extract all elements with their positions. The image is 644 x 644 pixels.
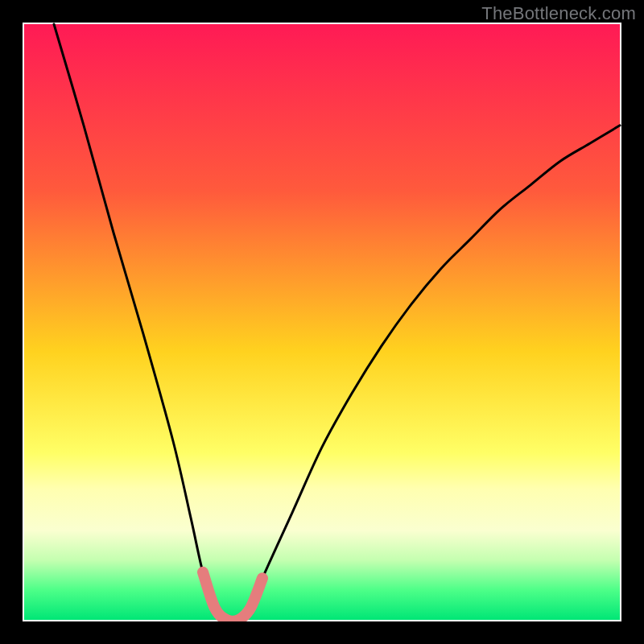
watermark-text: TheBottleneck.com xyxy=(481,3,636,24)
gradient-background xyxy=(24,24,620,620)
chart-container: TheBottleneck.com xyxy=(0,0,644,644)
chart-svg xyxy=(0,0,644,644)
